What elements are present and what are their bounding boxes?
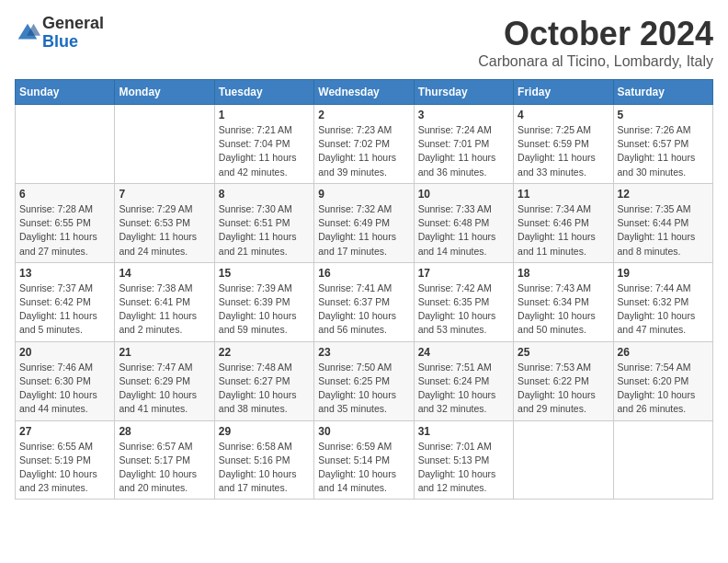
- day-info: Sunrise: 7:51 AM Sunset: 6:24 PM Dayligh…: [418, 361, 509, 417]
- weekday-header-wednesday: Wednesday: [314, 80, 414, 105]
- day-info: Sunrise: 7:47 AM Sunset: 6:29 PM Dayligh…: [119, 361, 210, 417]
- day-info: Sunrise: 7:34 AM Sunset: 6:46 PM Dayligh…: [518, 202, 609, 259]
- day-number: 13: [19, 267, 110, 280]
- day-info: Sunrise: 7:46 AM Sunset: 6:30 PM Dayligh…: [19, 361, 110, 417]
- title-block: October 2024 Carbonara al Ticino, Lombar…: [478, 15, 713, 70]
- day-number: 4: [518, 109, 609, 121]
- calendar-cell: 28Sunrise: 6:57 AM Sunset: 5:17 PM Dayli…: [115, 420, 214, 500]
- day-number: 5: [618, 109, 709, 121]
- day-info: Sunrise: 7:53 AM Sunset: 6:22 PM Dayligh…: [518, 361, 609, 417]
- day-number: 30: [318, 425, 409, 438]
- calendar-cell: 8Sunrise: 7:30 AM Sunset: 6:51 PM Daylig…: [214, 183, 313, 262]
- calendar-cell: 25Sunrise: 7:53 AM Sunset: 6:22 PM Dayli…: [514, 341, 613, 420]
- calendar-cell: 27Sunrise: 6:55 AM Sunset: 5:19 PM Dayli…: [16, 420, 115, 500]
- day-number: 18: [518, 267, 609, 280]
- day-info: Sunrise: 7:33 AM Sunset: 6:48 PM Dayligh…: [418, 202, 509, 259]
- day-number: 28: [119, 425, 210, 438]
- calendar-cell: 9Sunrise: 7:32 AM Sunset: 6:49 PM Daylig…: [314, 183, 414, 262]
- calendar-cell: [514, 420, 613, 500]
- day-number: 21: [119, 346, 210, 359]
- weekday-header-friday: Friday: [514, 80, 613, 105]
- calendar-cell: 12Sunrise: 7:35 AM Sunset: 6:44 PM Dayli…: [613, 183, 712, 262]
- location-title: Carbonara al Ticino, Lombardy, Italy: [478, 53, 713, 70]
- calendar-cell: [16, 105, 115, 184]
- calendar-cell: 18Sunrise: 7:43 AM Sunset: 6:34 PM Dayli…: [514, 262, 613, 341]
- day-number: 11: [518, 188, 609, 201]
- calendar-cell: 29Sunrise: 6:58 AM Sunset: 5:16 PM Dayli…: [214, 420, 313, 500]
- calendar-table: SundayMondayTuesdayWednesdayThursdayFrid…: [15, 79, 713, 500]
- day-info: Sunrise: 7:01 AM Sunset: 5:13 PM Dayligh…: [418, 440, 509, 496]
- day-info: Sunrise: 6:55 AM Sunset: 5:19 PM Dayligh…: [19, 440, 110, 496]
- calendar-cell: [115, 105, 214, 184]
- day-number: 12: [618, 188, 709, 201]
- day-info: Sunrise: 7:30 AM Sunset: 6:51 PM Dayligh…: [219, 202, 310, 259]
- day-number: 26: [618, 346, 709, 359]
- calendar-cell: 11Sunrise: 7:34 AM Sunset: 6:46 PM Dayli…: [514, 183, 613, 262]
- calendar-cell: 1Sunrise: 7:21 AM Sunset: 7:04 PM Daylig…: [214, 105, 313, 184]
- day-number: 1: [219, 109, 310, 121]
- day-info: Sunrise: 7:26 AM Sunset: 6:57 PM Dayligh…: [618, 123, 709, 179]
- calendar-cell: 3Sunrise: 7:24 AM Sunset: 7:01 PM Daylig…: [414, 105, 513, 184]
- calendar-cell: 21Sunrise: 7:47 AM Sunset: 6:29 PM Dayli…: [115, 341, 214, 420]
- calendar-cell: 5Sunrise: 7:26 AM Sunset: 6:57 PM Daylig…: [613, 105, 712, 184]
- day-info: Sunrise: 7:21 AM Sunset: 7:04 PM Dayligh…: [219, 123, 310, 179]
- day-number: 20: [19, 346, 110, 359]
- weekday-header-row: SundayMondayTuesdayWednesdayThursdayFrid…: [16, 80, 713, 105]
- weekday-header-monday: Monday: [115, 80, 214, 105]
- calendar-cell: 20Sunrise: 7:46 AM Sunset: 6:30 PM Dayli…: [16, 341, 115, 420]
- day-number: 31: [418, 425, 509, 438]
- day-info: Sunrise: 7:37 AM Sunset: 6:42 PM Dayligh…: [19, 282, 110, 338]
- day-number: 10: [418, 188, 509, 201]
- calendar-cell: 23Sunrise: 7:50 AM Sunset: 6:25 PM Dayli…: [314, 341, 414, 420]
- calendar-cell: 14Sunrise: 7:38 AM Sunset: 6:41 PM Dayli…: [115, 262, 214, 341]
- week-row-3: 13Sunrise: 7:37 AM Sunset: 6:42 PM Dayli…: [16, 262, 713, 341]
- calendar-cell: 6Sunrise: 7:28 AM Sunset: 6:55 PM Daylig…: [16, 183, 115, 262]
- day-number: 6: [19, 188, 110, 201]
- day-number: 9: [318, 188, 409, 201]
- day-number: 16: [318, 267, 409, 280]
- day-number: 7: [119, 188, 210, 201]
- day-number: 25: [518, 346, 609, 359]
- weekday-header-thursday: Thursday: [414, 80, 513, 105]
- day-info: Sunrise: 7:50 AM Sunset: 6:25 PM Dayligh…: [318, 361, 409, 417]
- calendar-cell: 16Sunrise: 7:41 AM Sunset: 6:37 PM Dayli…: [314, 262, 414, 341]
- week-row-2: 6Sunrise: 7:28 AM Sunset: 6:55 PM Daylig…: [16, 183, 713, 262]
- day-number: 22: [219, 346, 310, 359]
- day-number: 19: [618, 267, 709, 280]
- calendar-cell: 17Sunrise: 7:42 AM Sunset: 6:35 PM Dayli…: [414, 262, 513, 341]
- day-info: Sunrise: 7:43 AM Sunset: 6:34 PM Dayligh…: [518, 282, 609, 338]
- day-info: Sunrise: 7:35 AM Sunset: 6:44 PM Dayligh…: [618, 202, 709, 259]
- week-row-4: 20Sunrise: 7:46 AM Sunset: 6:30 PM Dayli…: [16, 341, 713, 420]
- day-number: 29: [219, 425, 310, 438]
- day-info: Sunrise: 7:42 AM Sunset: 6:35 PM Dayligh…: [418, 282, 509, 338]
- day-number: 2: [318, 109, 409, 121]
- day-number: 23: [318, 346, 409, 359]
- day-number: 27: [19, 425, 110, 438]
- day-info: Sunrise: 6:57 AM Sunset: 5:17 PM Dayligh…: [119, 440, 210, 496]
- calendar-cell: 10Sunrise: 7:33 AM Sunset: 6:48 PM Dayli…: [414, 183, 513, 262]
- calendar-cell: 7Sunrise: 7:29 AM Sunset: 6:53 PM Daylig…: [115, 183, 214, 262]
- day-info: Sunrise: 6:58 AM Sunset: 5:16 PM Dayligh…: [219, 440, 310, 496]
- day-info: Sunrise: 7:38 AM Sunset: 6:41 PM Dayligh…: [119, 282, 210, 338]
- calendar-cell: 30Sunrise: 6:59 AM Sunset: 5:14 PM Dayli…: [314, 420, 414, 500]
- calendar-cell: 22Sunrise: 7:48 AM Sunset: 6:27 PM Dayli…: [214, 341, 313, 420]
- day-info: Sunrise: 7:29 AM Sunset: 6:53 PM Dayligh…: [119, 202, 210, 259]
- weekday-header-sunday: Sunday: [16, 80, 115, 105]
- logo-text: General Blue: [42, 15, 104, 52]
- day-info: Sunrise: 7:28 AM Sunset: 6:55 PM Dayligh…: [19, 202, 110, 259]
- day-number: 15: [219, 267, 310, 280]
- day-number: 24: [418, 346, 509, 359]
- week-row-1: 1Sunrise: 7:21 AM Sunset: 7:04 PM Daylig…: [16, 105, 713, 184]
- calendar-cell: [613, 420, 712, 500]
- week-row-5: 27Sunrise: 6:55 AM Sunset: 5:19 PM Dayli…: [16, 420, 713, 500]
- weekday-header-saturday: Saturday: [613, 80, 712, 105]
- calendar-cell: 24Sunrise: 7:51 AM Sunset: 6:24 PM Dayli…: [414, 341, 513, 420]
- day-number: 8: [219, 188, 310, 201]
- logo-icon: [15, 20, 40, 46]
- calendar-cell: 4Sunrise: 7:25 AM Sunset: 6:59 PM Daylig…: [514, 105, 613, 184]
- month-title: October 2024: [478, 15, 713, 53]
- day-info: Sunrise: 7:32 AM Sunset: 6:49 PM Dayligh…: [318, 202, 409, 259]
- day-info: Sunrise: 7:48 AM Sunset: 6:27 PM Dayligh…: [219, 361, 310, 417]
- day-info: Sunrise: 7:54 AM Sunset: 6:20 PM Dayligh…: [618, 361, 709, 417]
- calendar-cell: 2Sunrise: 7:23 AM Sunset: 7:02 PM Daylig…: [314, 105, 414, 184]
